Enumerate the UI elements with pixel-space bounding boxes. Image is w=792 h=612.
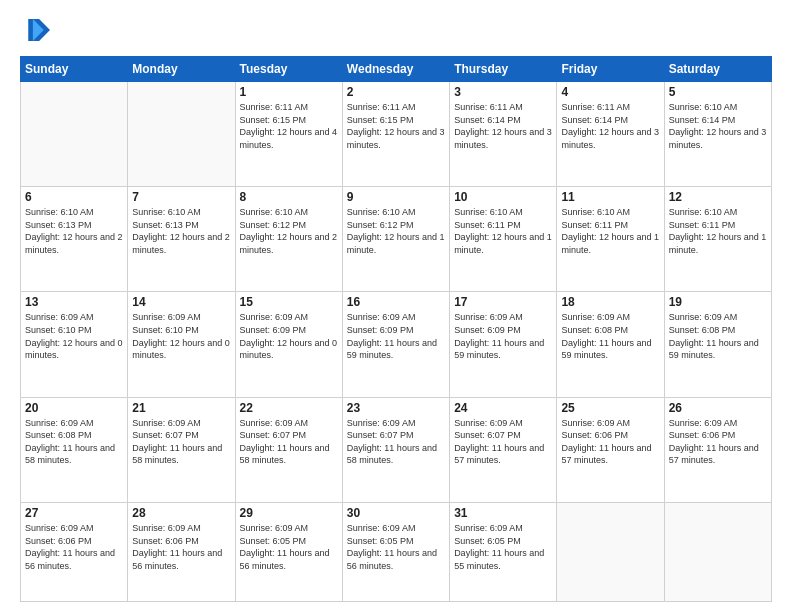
calendar-header-cell: Wednesday	[342, 57, 449, 82]
calendar-cell: 9Sunrise: 6:10 AM Sunset: 6:12 PM Daylig…	[342, 187, 449, 292]
calendar-header-cell: Friday	[557, 57, 664, 82]
day-detail: Sunrise: 6:09 AM Sunset: 6:08 PM Dayligh…	[25, 417, 123, 467]
calendar-cell: 10Sunrise: 6:10 AM Sunset: 6:11 PM Dayli…	[450, 187, 557, 292]
calendar-header-cell: Tuesday	[235, 57, 342, 82]
day-detail: Sunrise: 6:10 AM Sunset: 6:11 PM Dayligh…	[454, 206, 552, 256]
day-detail: Sunrise: 6:09 AM Sunset: 6:05 PM Dayligh…	[240, 522, 338, 572]
day-number: 24	[454, 401, 552, 415]
day-number: 19	[669, 295, 767, 309]
day-number: 29	[240, 506, 338, 520]
day-number: 31	[454, 506, 552, 520]
day-number: 4	[561, 85, 659, 99]
day-number: 13	[25, 295, 123, 309]
day-detail: Sunrise: 6:09 AM Sunset: 6:07 PM Dayligh…	[347, 417, 445, 467]
day-number: 25	[561, 401, 659, 415]
day-detail: Sunrise: 6:09 AM Sunset: 6:06 PM Dayligh…	[132, 522, 230, 572]
calendar-cell	[21, 82, 128, 187]
calendar-cell: 14Sunrise: 6:09 AM Sunset: 6:10 PM Dayli…	[128, 292, 235, 397]
day-number: 22	[240, 401, 338, 415]
day-detail: Sunrise: 6:09 AM Sunset: 6:10 PM Dayligh…	[132, 311, 230, 361]
calendar-header-cell: Thursday	[450, 57, 557, 82]
day-detail: Sunrise: 6:11 AM Sunset: 6:14 PM Dayligh…	[561, 101, 659, 151]
calendar-week-row: 6Sunrise: 6:10 AM Sunset: 6:13 PM Daylig…	[21, 187, 772, 292]
day-number: 28	[132, 506, 230, 520]
day-detail: Sunrise: 6:11 AM Sunset: 6:15 PM Dayligh…	[347, 101, 445, 151]
day-number: 9	[347, 190, 445, 204]
day-number: 11	[561, 190, 659, 204]
day-detail: Sunrise: 6:10 AM Sunset: 6:13 PM Dayligh…	[132, 206, 230, 256]
day-number: 30	[347, 506, 445, 520]
day-number: 16	[347, 295, 445, 309]
day-detail: Sunrise: 6:09 AM Sunset: 6:07 PM Dayligh…	[240, 417, 338, 467]
day-detail: Sunrise: 6:09 AM Sunset: 6:09 PM Dayligh…	[347, 311, 445, 361]
calendar-week-row: 20Sunrise: 6:09 AM Sunset: 6:08 PM Dayli…	[21, 397, 772, 502]
day-number: 17	[454, 295, 552, 309]
calendar-cell: 22Sunrise: 6:09 AM Sunset: 6:07 PM Dayli…	[235, 397, 342, 502]
calendar-cell: 5Sunrise: 6:10 AM Sunset: 6:14 PM Daylig…	[664, 82, 771, 187]
calendar-cell: 31Sunrise: 6:09 AM Sunset: 6:05 PM Dayli…	[450, 502, 557, 601]
day-detail: Sunrise: 6:10 AM Sunset: 6:13 PM Dayligh…	[25, 206, 123, 256]
calendar-cell: 24Sunrise: 6:09 AM Sunset: 6:07 PM Dayli…	[450, 397, 557, 502]
day-detail: Sunrise: 6:09 AM Sunset: 6:07 PM Dayligh…	[132, 417, 230, 467]
calendar-cell	[128, 82, 235, 187]
calendar-cell: 23Sunrise: 6:09 AM Sunset: 6:07 PM Dayli…	[342, 397, 449, 502]
day-number: 14	[132, 295, 230, 309]
day-number: 6	[25, 190, 123, 204]
calendar-cell: 25Sunrise: 6:09 AM Sunset: 6:06 PM Dayli…	[557, 397, 664, 502]
day-number: 2	[347, 85, 445, 99]
calendar-cell: 19Sunrise: 6:09 AM Sunset: 6:08 PM Dayli…	[664, 292, 771, 397]
calendar-table: SundayMondayTuesdayWednesdayThursdayFrid…	[20, 56, 772, 602]
day-number: 7	[132, 190, 230, 204]
day-detail: Sunrise: 6:10 AM Sunset: 6:14 PM Dayligh…	[669, 101, 767, 151]
day-number: 1	[240, 85, 338, 99]
day-detail: Sunrise: 6:09 AM Sunset: 6:08 PM Dayligh…	[669, 311, 767, 361]
calendar-header-cell: Monday	[128, 57, 235, 82]
day-number: 5	[669, 85, 767, 99]
day-detail: Sunrise: 6:10 AM Sunset: 6:12 PM Dayligh…	[240, 206, 338, 256]
day-detail: Sunrise: 6:11 AM Sunset: 6:15 PM Dayligh…	[240, 101, 338, 151]
day-detail: Sunrise: 6:09 AM Sunset: 6:07 PM Dayligh…	[454, 417, 552, 467]
day-number: 26	[669, 401, 767, 415]
calendar-header-cell: Sunday	[21, 57, 128, 82]
day-detail: Sunrise: 6:10 AM Sunset: 6:11 PM Dayligh…	[669, 206, 767, 256]
calendar-cell: 6Sunrise: 6:10 AM Sunset: 6:13 PM Daylig…	[21, 187, 128, 292]
logo-icon	[22, 16, 50, 44]
calendar-week-row: 13Sunrise: 6:09 AM Sunset: 6:10 PM Dayli…	[21, 292, 772, 397]
calendar-cell	[557, 502, 664, 601]
day-number: 12	[669, 190, 767, 204]
calendar-cell: 20Sunrise: 6:09 AM Sunset: 6:08 PM Dayli…	[21, 397, 128, 502]
day-detail: Sunrise: 6:09 AM Sunset: 6:06 PM Dayligh…	[669, 417, 767, 467]
calendar-cell: 27Sunrise: 6:09 AM Sunset: 6:06 PM Dayli…	[21, 502, 128, 601]
calendar-cell: 30Sunrise: 6:09 AM Sunset: 6:05 PM Dayli…	[342, 502, 449, 601]
calendar-cell: 21Sunrise: 6:09 AM Sunset: 6:07 PM Dayli…	[128, 397, 235, 502]
day-detail: Sunrise: 6:09 AM Sunset: 6:09 PM Dayligh…	[240, 311, 338, 361]
day-number: 21	[132, 401, 230, 415]
day-detail: Sunrise: 6:09 AM Sunset: 6:09 PM Dayligh…	[454, 311, 552, 361]
day-number: 20	[25, 401, 123, 415]
day-detail: Sunrise: 6:11 AM Sunset: 6:14 PM Dayligh…	[454, 101, 552, 151]
day-detail: Sunrise: 6:10 AM Sunset: 6:11 PM Dayligh…	[561, 206, 659, 256]
day-number: 15	[240, 295, 338, 309]
calendar-cell: 18Sunrise: 6:09 AM Sunset: 6:08 PM Dayli…	[557, 292, 664, 397]
calendar-cell: 11Sunrise: 6:10 AM Sunset: 6:11 PM Dayli…	[557, 187, 664, 292]
calendar-body: 1Sunrise: 6:11 AM Sunset: 6:15 PM Daylig…	[21, 82, 772, 602]
calendar-cell: 12Sunrise: 6:10 AM Sunset: 6:11 PM Dayli…	[664, 187, 771, 292]
logo	[20, 16, 50, 48]
day-number: 3	[454, 85, 552, 99]
calendar-cell: 1Sunrise: 6:11 AM Sunset: 6:15 PM Daylig…	[235, 82, 342, 187]
day-number: 27	[25, 506, 123, 520]
day-detail: Sunrise: 6:10 AM Sunset: 6:12 PM Dayligh…	[347, 206, 445, 256]
day-detail: Sunrise: 6:09 AM Sunset: 6:10 PM Dayligh…	[25, 311, 123, 361]
calendar-cell: 2Sunrise: 6:11 AM Sunset: 6:15 PM Daylig…	[342, 82, 449, 187]
day-detail: Sunrise: 6:09 AM Sunset: 6:06 PM Dayligh…	[561, 417, 659, 467]
day-detail: Sunrise: 6:09 AM Sunset: 6:08 PM Dayligh…	[561, 311, 659, 361]
calendar-header-row: SundayMondayTuesdayWednesdayThursdayFrid…	[21, 57, 772, 82]
calendar-cell: 26Sunrise: 6:09 AM Sunset: 6:06 PM Dayli…	[664, 397, 771, 502]
calendar-header-cell: Saturday	[664, 57, 771, 82]
calendar-cell	[664, 502, 771, 601]
day-number: 10	[454, 190, 552, 204]
calendar-cell: 8Sunrise: 6:10 AM Sunset: 6:12 PM Daylig…	[235, 187, 342, 292]
day-detail: Sunrise: 6:09 AM Sunset: 6:06 PM Dayligh…	[25, 522, 123, 572]
calendar-cell: 13Sunrise: 6:09 AM Sunset: 6:10 PM Dayli…	[21, 292, 128, 397]
calendar-week-row: 27Sunrise: 6:09 AM Sunset: 6:06 PM Dayli…	[21, 502, 772, 601]
